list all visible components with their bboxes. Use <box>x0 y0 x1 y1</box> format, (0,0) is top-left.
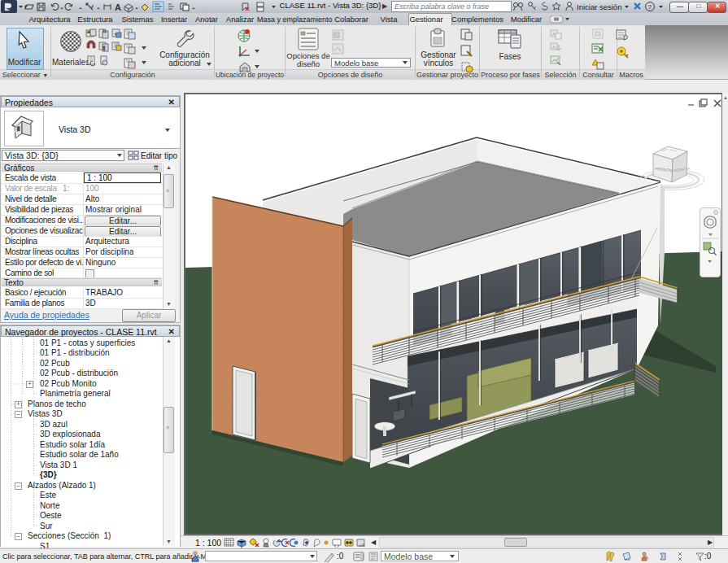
svg-text:A: A <box>552 45 556 50</box>
svg-text:A: A <box>552 32 556 37</box>
svg-text:A: A <box>115 2 121 12</box>
svg-text:¶: ¶ <box>102 46 105 50</box>
svg-text:?: ? <box>648 3 652 11</box>
svg-text:Iniciar sesión: Iniciar sesión <box>577 2 621 11</box>
